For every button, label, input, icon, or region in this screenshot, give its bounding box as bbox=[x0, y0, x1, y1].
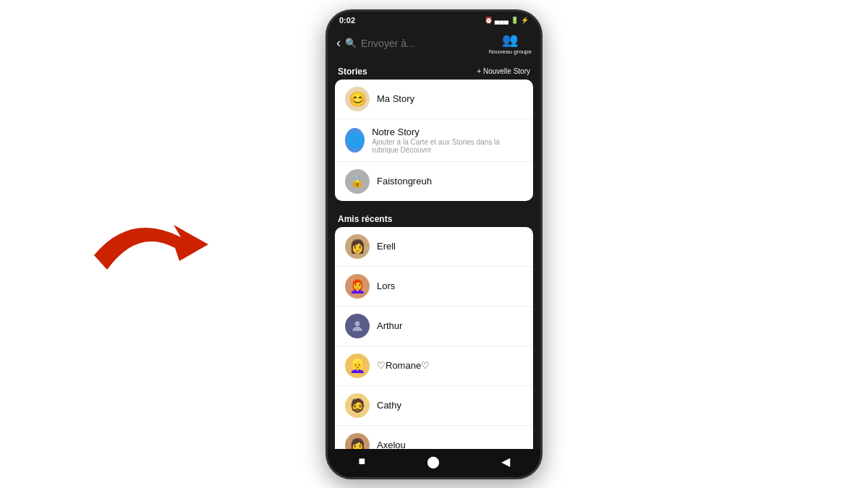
stories-title: Stories bbox=[338, 67, 367, 77]
phone-frame: 0:02 ⏰ ▄▄▄ 🔋 ⚡ ‹ 🔍 👥 Nouveau groupe bbox=[326, 9, 542, 479]
main-content: Stories + Nouvelle Story 😊 Ma Story 🌐 No… bbox=[328, 61, 540, 449]
header-left: ‹ 🔍 bbox=[336, 35, 489, 51]
list-item[interactable]: 🧔 Cathy bbox=[335, 386, 533, 426]
status-bar: 0:02 ⏰ ▄▄▄ 🔋 ⚡ bbox=[328, 12, 540, 27]
avatar: 👩‍🦰 bbox=[345, 274, 370, 299]
back-button[interactable]: ‹ bbox=[336, 35, 341, 51]
status-icons: ⏰ ▄▄▄ 🔋 ⚡ bbox=[485, 17, 529, 24]
item-name: Faistongreuh bbox=[377, 176, 432, 187]
amis-recents-card: 👩 Erell 👩‍🦰 Lors Arthur bbox=[335, 227, 533, 449]
item-name: Ma Story bbox=[377, 93, 414, 104]
search-header: ‹ 🔍 👥 Nouveau groupe bbox=[328, 27, 540, 61]
scene: 0:02 ⏰ ▄▄▄ 🔋 ⚡ ‹ 🔍 👥 Nouveau groupe bbox=[0, 0, 868, 488]
alarm-icon: ⏰ bbox=[485, 17, 493, 24]
avatar: 🔒 bbox=[345, 169, 370, 194]
stories-section-header: Stories + Nouvelle Story bbox=[328, 61, 540, 80]
list-item[interactable]: 👩 Erell bbox=[335, 227, 533, 267]
new-group-icon: 👥 bbox=[502, 32, 518, 48]
item-text: Ma Story bbox=[377, 93, 414, 104]
list-item[interactable]: 👩‍🦰 Lors bbox=[335, 267, 533, 307]
charging-icon: ⚡ bbox=[521, 17, 529, 24]
avatar: 🧔 bbox=[345, 393, 370, 418]
avatar: 👱‍♀️ bbox=[345, 354, 370, 378]
new-story-button[interactable]: + Nouvelle Story bbox=[477, 67, 530, 75]
list-item[interactable]: 🌐 Notre Story Ajouter à la Carte et aux … bbox=[335, 119, 533, 162]
svg-point-0 bbox=[355, 321, 360, 326]
bottom-navigation: ■ ⬤ ◀ bbox=[328, 449, 540, 477]
avatar: 😊 bbox=[345, 87, 370, 111]
red-arrow bbox=[87, 197, 231, 291]
item-name: Cathy bbox=[377, 400, 401, 411]
item-name: Axelou bbox=[377, 440, 406, 449]
item-name: Erell bbox=[377, 241, 396, 252]
item-name: Lors bbox=[377, 281, 395, 291]
item-sub: Ajouter à la Carte et aux Stories dans l… bbox=[372, 138, 523, 154]
item-name: ♡Romane♡ bbox=[377, 360, 430, 371]
search-input[interactable] bbox=[361, 38, 489, 49]
list-item[interactable]: 👩 Axelou bbox=[335, 426, 533, 449]
arthur-name: Arthur bbox=[377, 320, 402, 331]
avatar: 👩 bbox=[345, 234, 370, 259]
signal-icon: ▄▄▄ bbox=[495, 17, 509, 24]
list-item[interactable]: 👱‍♀️ ♡Romane♡ bbox=[335, 346, 533, 386]
list-item[interactable]: Arthur bbox=[335, 307, 533, 346]
list-item[interactable]: 😊 Ma Story bbox=[335, 80, 533, 119]
status-time: 0:02 bbox=[339, 16, 355, 25]
item-text: Notre Story Ajouter à la Carte et aux St… bbox=[372, 127, 523, 154]
amis-recents-section-header: Amis récents bbox=[328, 208, 540, 227]
search-icon: 🔍 bbox=[345, 38, 357, 48]
item-name: Notre Story bbox=[372, 127, 523, 137]
new-group-button[interactable]: 👥 Nouveau groupe bbox=[489, 32, 532, 55]
back-button-nav[interactable]: ◀ bbox=[501, 455, 510, 468]
home-button[interactable]: ⬤ bbox=[427, 455, 440, 468]
avatar: 🌐 bbox=[345, 128, 365, 153]
list-item[interactable]: 🔒 Faistongreuh bbox=[335, 162, 533, 201]
avatar: 👩 bbox=[345, 433, 370, 449]
amis-recents-title: Amis récents bbox=[338, 214, 392, 224]
avatar bbox=[345, 314, 370, 338]
stories-card: 😊 Ma Story 🌐 Notre Story Ajouter à la Ca… bbox=[335, 80, 533, 201]
battery-icon: 🔋 bbox=[511, 17, 519, 24]
new-group-label: Nouveau groupe bbox=[489, 48, 532, 55]
stop-button[interactable]: ■ bbox=[358, 455, 365, 468]
item-text: Faistongreuh bbox=[377, 176, 432, 187]
